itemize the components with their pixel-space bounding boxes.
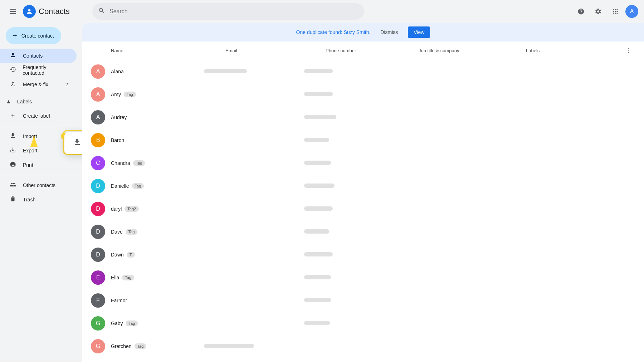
contact-row[interactable]: E Ella Tag <box>82 266 644 289</box>
topbar-left: Contacts <box>6 4 88 19</box>
contact-name-cell: Baron <box>111 137 204 143</box>
dismiss-button[interactable]: Dismiss <box>376 26 402 38</box>
contact-phone-cell <box>304 297 397 304</box>
search-icon <box>98 7 105 16</box>
contact-name: Danielle <box>111 183 129 189</box>
labels-section-header[interactable]: ▲ Labels <box>0 94 82 109</box>
th-more-button[interactable]: ⋮ <box>621 47 635 54</box>
contact-phone-cell <box>304 320 397 327</box>
create-plus-icon: + <box>13 32 17 40</box>
sidebar-item-trash[interactable]: Trash <box>0 192 77 207</box>
svg-rect-0 <box>10 9 16 10</box>
contact-row[interactable]: A Amy Tag <box>82 83 644 106</box>
app-title: Contacts <box>39 7 70 16</box>
labels-divider: ▲ Labels + Create label <box>0 94 82 123</box>
merge-icon <box>9 80 17 89</box>
export-label: Export <box>23 148 37 153</box>
contact-phone-cell <box>304 160 397 166</box>
view-button[interactable]: View <box>408 26 430 38</box>
row-avatar-wrap: G <box>91 339 111 353</box>
sidebar-contacts-label: Contacts <box>23 53 43 59</box>
contact-avatar: A <box>91 110 105 124</box>
contact-avatar: D <box>91 225 105 239</box>
row-avatar-wrap: D <box>91 202 111 216</box>
contact-name-tag: Tag <box>135 343 147 349</box>
contact-row[interactable]: G Gaby Tag <box>82 312 644 335</box>
contact-row[interactable]: D daryl Tag2 <box>82 197 644 220</box>
contact-row[interactable]: G Gretchen Tag <box>82 335 644 358</box>
contact-name: Gaby <box>111 321 123 326</box>
contact-phone-cell <box>304 229 397 235</box>
search-input[interactable] <box>109 8 358 15</box>
svg-rect-2 <box>10 13 16 14</box>
search-bar[interactable] <box>92 3 364 20</box>
contact-name: Audrey <box>111 114 127 120</box>
row-avatar-wrap: C <box>91 156 111 170</box>
sidebar-item-contacts[interactable]: Contacts <box>0 49 77 63</box>
hamburger-menu-button[interactable] <box>6 4 20 19</box>
import-icon <box>9 132 17 141</box>
contact-avatar: C <box>91 156 105 170</box>
row-avatar-wrap: A <box>91 64 111 79</box>
contact-row[interactable]: D Dawn T <box>82 243 644 266</box>
contact-phone-cell <box>304 68 397 75</box>
sidebar: + Create contact Contacts Frequently con… <box>0 23 82 362</box>
contact-name-cell: Ella Tag <box>111 275 204 280</box>
row-avatar-wrap: B <box>91 133 111 147</box>
settings-button[interactable] <box>591 4 605 19</box>
contact-row[interactable]: A Audrey <box>82 106 644 129</box>
sidebar-item-other-contacts[interactable]: Other contacts <box>0 178 77 192</box>
contact-row[interactable]: D Dave Tag <box>82 220 644 243</box>
contact-row[interactable]: D Danielle Tag <box>82 175 644 197</box>
contact-row[interactable]: A Alana <box>82 60 644 83</box>
contact-name-cell: Audrey <box>111 114 204 120</box>
sidebar-item-create-label[interactable]: + Create label <box>0 109 77 123</box>
th-name: Name <box>111 48 225 53</box>
sidebar-item-merge-fix[interactable]: Merge & fix 2 <box>0 77 77 92</box>
apps-button[interactable] <box>608 4 623 19</box>
main-layout: + Create contact Contacts Frequently con… <box>0 23 644 362</box>
sidebar-divider-2 <box>0 175 82 175</box>
th-phone: Phone number <box>326 48 419 53</box>
notification-banner: One duplicate found: Suzy Smith. Dismiss… <box>82 23 644 41</box>
add-label-icon: + <box>9 112 17 120</box>
trash-label: Trash <box>23 197 35 202</box>
contact-name: Amy <box>111 92 121 97</box>
contact-avatar: E <box>91 270 105 285</box>
history-icon <box>9 66 17 74</box>
trash-icon <box>9 196 17 204</box>
contact-name-cell: Dawn T <box>111 252 204 258</box>
contact-name-cell: Gretchen Tag <box>111 343 204 349</box>
contact-name: Ella <box>111 275 119 280</box>
svg-rect-1 <box>10 11 16 12</box>
contact-phone-cell <box>304 206 397 212</box>
import-label: Import <box>23 133 37 139</box>
contact-row[interactable]: F Farmor <box>82 289 644 312</box>
user-avatar-button[interactable]: A <box>625 5 638 18</box>
notification-text: One duplicate found: Suzy Smith. <box>296 29 371 35</box>
contact-avatar: A <box>91 87 105 102</box>
contact-row[interactable]: C Chandra Tag <box>82 152 644 175</box>
contact-name: Alana <box>111 69 124 74</box>
create-contact-button[interactable]: + Create contact <box>6 27 61 44</box>
contact-name-cell: Chandra Tag <box>111 160 204 166</box>
contact-email-cell <box>204 69 304 74</box>
contact-phone-cell <box>304 274 397 281</box>
print-icon <box>9 161 17 169</box>
app-icon <box>23 5 36 18</box>
sidebar-item-print[interactable]: Print <box>0 158 77 172</box>
help-button[interactable] <box>574 4 588 19</box>
contact-phone-cell <box>304 114 397 121</box>
contact-name-tag: Tag <box>122 275 134 280</box>
contact-avatar: G <box>91 316 105 331</box>
row-avatar-wrap: D <box>91 179 111 193</box>
row-avatar-wrap: E <box>91 270 111 285</box>
row-avatar-wrap: D <box>91 225 111 239</box>
contact-name: Chandra <box>111 160 130 166</box>
create-label-text: Create label <box>23 113 50 119</box>
sidebar-item-frequently-contacted[interactable]: Frequently contacted <box>0 63 77 77</box>
contact-row[interactable]: B Baron <box>82 129 644 152</box>
contact-name-cell: Gaby Tag <box>111 321 204 326</box>
contact-phone-cell <box>304 137 397 143</box>
contact-name-tag: Tag <box>126 229 138 235</box>
